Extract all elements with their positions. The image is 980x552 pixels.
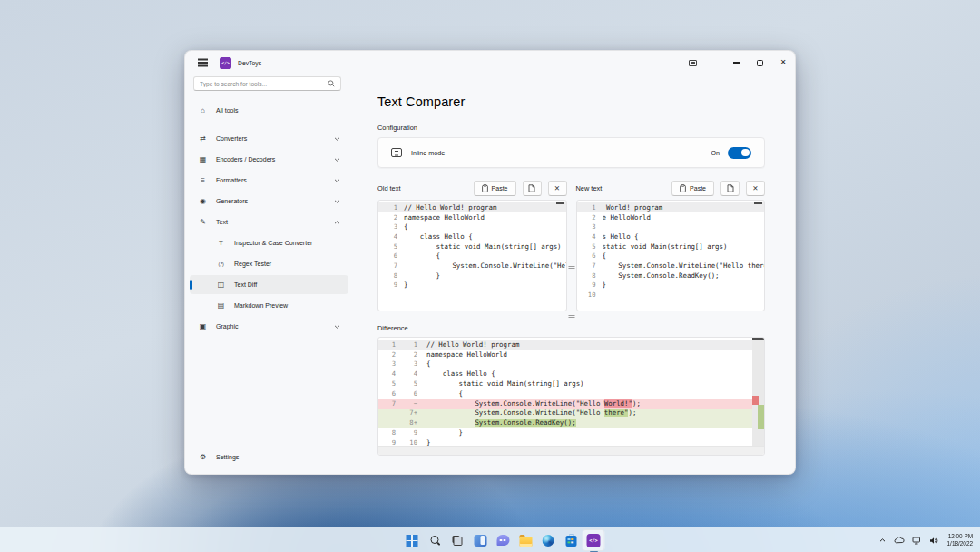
line-number: 10 (577, 291, 603, 299)
taskbar-clock[interactable]: 12:00 PM 1/18/2022 (947, 533, 973, 547)
taskbar-devtoys-button[interactable]: </> (583, 529, 605, 551)
taskbar-edge-button[interactable] (537, 529, 560, 551)
old-text-editor[interactable]: 1// Hello World! program2namespace Hello… (377, 200, 567, 311)
taskbar-store-button[interactable] (560, 529, 583, 551)
inline-mode-toggle[interactable] (728, 147, 751, 159)
taskbar-start-button[interactable] (401, 529, 424, 551)
tray-chevron-up-icon[interactable] (878, 537, 887, 544)
title-bar[interactable]: </> DevToys ✕ (185, 51, 795, 74)
code-text: System.Console.WriteLine("Hello there"); (603, 261, 765, 270)
code-text: System.Console.WriteLine("Hello World!")… (404, 261, 566, 270)
editor-line: 9} (577, 281, 765, 291)
inline-mode-label: Inline mode (411, 149, 445, 157)
new-line-number: 7+ (399, 409, 421, 417)
inline-mode-state: On (710, 149, 720, 157)
editor-line: 1// Hello World! program (378, 202, 566, 212)
taskbar: </> 12:00 PM 1/18/2022 (0, 527, 980, 552)
devtoys-window: </> DevToys ✕ ⌂All tools⇄Converters▦Enco… (184, 50, 796, 475)
difference-editor[interactable]: 11// Hello World! program22namespace Hel… (377, 337, 765, 456)
old-editor-scroll-thumb[interactable] (556, 202, 564, 205)
new-line-number: 6 (399, 389, 421, 398)
taskbar-widgets-button[interactable] (469, 529, 492, 551)
chevron-down-icon (334, 157, 340, 162)
chevron-down-icon (334, 136, 340, 141)
hamburger-menu-button[interactable] (189, 54, 216, 72)
new-clear-button[interactable]: ✕ (746, 181, 765, 196)
search-box[interactable] (193, 76, 341, 91)
sidebar-item-all-tools[interactable]: ⌂All tools (190, 101, 348, 120)
chevron-down-icon (334, 178, 340, 182)
page-title: Text Comparer (377, 94, 765, 109)
clock-time: 12:00 PM (947, 533, 973, 540)
close-button[interactable]: ✕ (771, 51, 795, 74)
taskbar-task-view-button[interactable] (446, 529, 469, 551)
sidebar-item-generators[interactable]: ◉Generators (190, 192, 348, 211)
tray-onedrive-icon[interactable] (894, 537, 905, 544)
compact-overlay-button[interactable] (681, 51, 704, 74)
sidebar-item-inspector-case-converter[interactable]: TInspector & Case Converter (190, 233, 348, 252)
code-text: e HelloWorld (603, 213, 765, 222)
old-line-number: 4 (378, 370, 399, 378)
sidebar-item-encoders-decoders[interactable]: ▦Encoders / Decoders (190, 150, 348, 169)
sidebar-item-text[interactable]: ✎Text (190, 212, 348, 232)
new-text-header: New text Paste ✕ (576, 181, 766, 196)
old-paste-button[interactable]: Paste (474, 181, 516, 196)
new-editor-scroll-thumb[interactable] (754, 202, 762, 205)
diff-code-text: class Hello { (421, 370, 764, 378)
sidebar-item-text-diff[interactable]: ◫Text Diff (190, 275, 348, 294)
code-text: static void Main(string[] args) (404, 242, 566, 251)
old-clear-button[interactable]: ✕ (548, 181, 567, 196)
sidebar-item-markdown-preview[interactable]: ▤Markdown Preview (190, 296, 348, 315)
diff-code-text: static void Main(string[] args) (421, 380, 764, 388)
code-text: static void Main(string[] args) (603, 242, 765, 251)
graphic-icon: ▣ (197, 322, 209, 330)
old-open-file-button[interactable] (523, 181, 542, 196)
editor-line: 1 World! program (577, 202, 765, 212)
sidebar-item-converters[interactable]: ⇄Converters (190, 129, 348, 148)
code-text: // Hello World! program (404, 203, 566, 212)
text-icon: ✎ (197, 218, 209, 226)
line-number: 8 (577, 271, 603, 280)
maximize-button[interactable] (748, 51, 771, 74)
diff-code-text: System.Console.WriteLine("Hello there"); (421, 409, 764, 417)
sidebar-item-formatters[interactable]: ≡Formatters (190, 171, 348, 190)
sidebar-item-regex-tester[interactable]: (.*)Regex Tester (190, 254, 348, 273)
new-line-number: 2 (399, 350, 421, 359)
inline-mode-icon (391, 148, 402, 157)
diff-scroll-thumb[interactable] (752, 338, 764, 340)
minimize-button[interactable] (724, 51, 748, 74)
editor-line: 5static void Main(string[] args) (577, 242, 765, 251)
taskbar-file-explorer-button[interactable] (514, 529, 537, 551)
diff-code-text: } (421, 429, 764, 437)
sidebar-item-settings[interactable]: ⚙ Settings (190, 447, 348, 467)
old-line-number: 1 (378, 340, 399, 349)
new-open-file-button[interactable] (720, 181, 740, 196)
sidebar-item-label: Formatters (216, 177, 247, 183)
edge-icon (543, 535, 554, 547)
maximize-icon (757, 60, 763, 66)
diff-vertical-scrollbar[interactable] (752, 338, 764, 446)
tray-network-icon[interactable] (912, 537, 922, 545)
diff-row-same: 66 { (378, 389, 764, 399)
line-number: 5 (378, 242, 404, 251)
new-text-editor[interactable]: 1 World! program2e HelloWorld34s Hello {… (576, 200, 766, 311)
editor-line: 4s Hello { (577, 232, 765, 242)
sidebar-item-graphic[interactable]: ▣Graphic (190, 317, 348, 336)
line-number: 7 (378, 261, 404, 270)
old-line-number: 2 (378, 350, 399, 359)
search-input[interactable] (200, 81, 328, 87)
new-paste-button[interactable]: Paste (671, 181, 714, 196)
clear-icon: ✕ (554, 185, 560, 192)
horizontal-splitter-grip[interactable] (568, 315, 574, 319)
tray-volume-icon[interactable] (929, 537, 938, 545)
markdown-icon: ▤ (215, 301, 227, 310)
clear-icon: ✕ (752, 185, 758, 192)
taskbar-chat-button[interactable] (492, 529, 514, 551)
vertical-splitter-grip[interactable] (568, 265, 574, 272)
editor-line: 4 class Hello { (378, 232, 566, 242)
line-number: 6 (577, 251, 603, 260)
diff-horizontal-scrollbar[interactable] (378, 446, 764, 455)
widgets-icon (474, 535, 486, 547)
taskbar-search-button[interactable] (424, 529, 446, 551)
code-text: } (404, 281, 566, 289)
